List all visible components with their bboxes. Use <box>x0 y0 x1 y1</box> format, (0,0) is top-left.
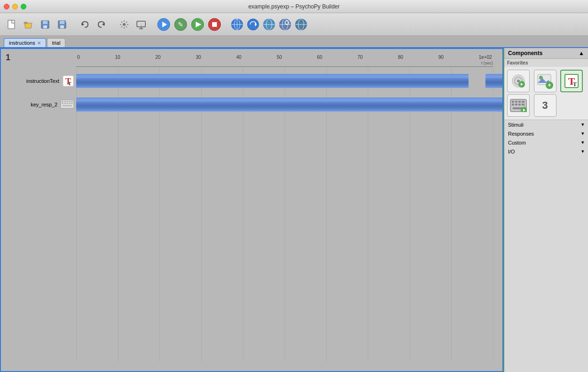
svg-rect-0 <box>8 20 15 29</box>
svg-rect-44 <box>62 101 64 102</box>
svg-rect-50 <box>64 103 66 104</box>
main-layout: 1 0 10 20 30 40 50 60 70 80 90 1e+02 t (… <box>0 48 588 372</box>
open-button[interactable] <box>21 17 36 32</box>
key-resp-label: key_resp_2 <box>1 99 76 110</box>
toolbar: + ⋮ ✎ <box>0 13 588 36</box>
tick-100: 1e+02 <box>479 55 492 60</box>
routine-editor: 1 0 10 20 30 40 50 60 70 80 90 1e+02 t (… <box>0 48 503 372</box>
tick-90: 90 <box>438 55 444 60</box>
section-io[interactable]: I/O ▾ <box>504 147 588 156</box>
minimize-button[interactable] <box>12 4 18 9</box>
svg-rect-54 <box>63 105 72 106</box>
instruction-text-bar[interactable] <box>76 74 502 88</box>
editor-area: 1 0 10 20 30 40 50 60 70 80 90 1e+02 t (… <box>0 48 503 372</box>
svg-rect-70 <box>512 101 514 103</box>
svg-rect-53 <box>71 103 73 104</box>
edit-button[interactable]: ✎ <box>173 17 188 32</box>
globe2-button[interactable] <box>246 17 261 32</box>
run-green-button[interactable] <box>190 17 205 32</box>
svg-rect-71 <box>515 101 517 103</box>
tab-instructions-close[interactable]: ✕ <box>37 40 41 46</box>
window-title: example.psyexp – PsychoPy Builder <box>248 3 340 10</box>
section-responses-arrow: ▾ <box>581 130 584 137</box>
globe1-button[interactable] <box>230 17 245 32</box>
keyboard-icon <box>60 99 74 110</box>
tab-trial[interactable]: trial <box>47 38 66 47</box>
section-custom[interactable]: Custom ▾ <box>504 138 588 147</box>
favorites-label: Favorites <box>504 59 588 67</box>
stop-button[interactable] <box>207 17 222 32</box>
tick-10: 10 <box>115 55 120 60</box>
svg-rect-51 <box>66 103 68 104</box>
titlebar: example.psyexp – PsychoPy Builder <box>0 0 588 13</box>
svg-rect-47 <box>69 101 71 102</box>
section-custom-arrow: ▾ <box>581 139 584 146</box>
svg-point-11 <box>123 23 126 26</box>
svg-rect-76 <box>518 104 521 105</box>
components-panel: Components ▲ Favorites <box>503 48 588 372</box>
svg-text:+: + <box>65 20 67 23</box>
instruction-text-row: instructionText T T <box>1 73 502 89</box>
svg-rect-1 <box>24 22 27 24</box>
new-button[interactable] <box>4 17 19 32</box>
key-resp-bar[interactable] <box>76 97 502 112</box>
svg-rect-7 <box>60 25 64 28</box>
run-circle-button[interactable] <box>156 17 171 32</box>
svg-rect-23 <box>212 22 217 27</box>
globe4-button[interactable] <box>278 17 293 32</box>
fav-keyboard[interactable] <box>507 94 530 117</box>
routine-number: 1 <box>6 53 10 63</box>
close-button[interactable] <box>4 4 9 9</box>
tick-70: 70 <box>358 55 363 60</box>
section-stimuli[interactable]: Stimuli ▾ <box>504 120 588 129</box>
fav-sound[interactable] <box>507 70 530 92</box>
svg-rect-75 <box>515 104 517 105</box>
section-responses[interactable]: Responses ▾ <box>504 129 588 138</box>
components-panel-title: Components <box>508 50 542 57</box>
save-alt-button[interactable]: + <box>55 17 70 32</box>
section-io-arrow: ▾ <box>581 148 584 154</box>
maximize-button[interactable] <box>21 4 26 9</box>
components-panel-header: Components ▲ <box>504 48 588 59</box>
section-io-label: I/O <box>508 149 515 154</box>
svg-rect-3 <box>43 21 48 24</box>
tick-60: 60 <box>317 55 322 60</box>
tick-30: 30 <box>196 55 201 60</box>
redo-button[interactable] <box>94 17 109 32</box>
settings-button[interactable] <box>117 17 132 32</box>
svg-rect-4 <box>43 25 47 28</box>
svg-marker-10 <box>102 23 104 26</box>
time-label: t (sec) <box>481 61 493 65</box>
traffic-lights <box>4 4 26 9</box>
tab-instructions-label: instructions <box>9 40 35 46</box>
section-responses-label: Responses <box>508 131 534 137</box>
section-stimuli-label: Stimuli <box>508 122 524 128</box>
undo-button[interactable] <box>77 17 92 32</box>
save-button[interactable] <box>38 17 53 32</box>
instruction-text-label: instructionText T T <box>1 75 76 87</box>
fav-number3[interactable]: 3 <box>534 94 556 117</box>
tick-20: 20 <box>155 55 160 60</box>
svg-rect-77 <box>522 104 524 105</box>
svg-rect-45 <box>64 101 66 102</box>
section-custom-label: Custom <box>508 140 526 146</box>
svg-rect-52 <box>69 103 71 104</box>
svg-rect-48 <box>71 101 73 102</box>
globe5-button[interactable] <box>294 17 309 32</box>
tick-50: 50 <box>277 55 282 60</box>
timeline-axis: 0 10 20 30 40 50 60 70 80 90 1e+02 t (se… <box>76 54 493 67</box>
svg-rect-6 <box>60 21 64 24</box>
svg-text:+: + <box>548 82 551 89</box>
tick-labels: 0 10 20 30 40 50 60 70 80 90 1e+02 <box>76 54 493 60</box>
monitor-button[interactable]: ⋮ <box>134 17 149 32</box>
fav-image[interactable]: + <box>534 70 556 92</box>
svg-point-28 <box>247 19 259 30</box>
key-resp-row: key_resp_2 <box>1 96 502 113</box>
globe3-button[interactable] <box>262 17 277 32</box>
tick-0: 0 <box>77 55 80 60</box>
svg-text:T: T <box>573 81 577 88</box>
favorites-grid: + T T <box>504 67 588 120</box>
tab-instructions[interactable]: instructions ✕ <box>4 38 46 47</box>
fav-text[interactable]: T T <box>560 70 583 92</box>
svg-text:T: T <box>68 81 72 86</box>
